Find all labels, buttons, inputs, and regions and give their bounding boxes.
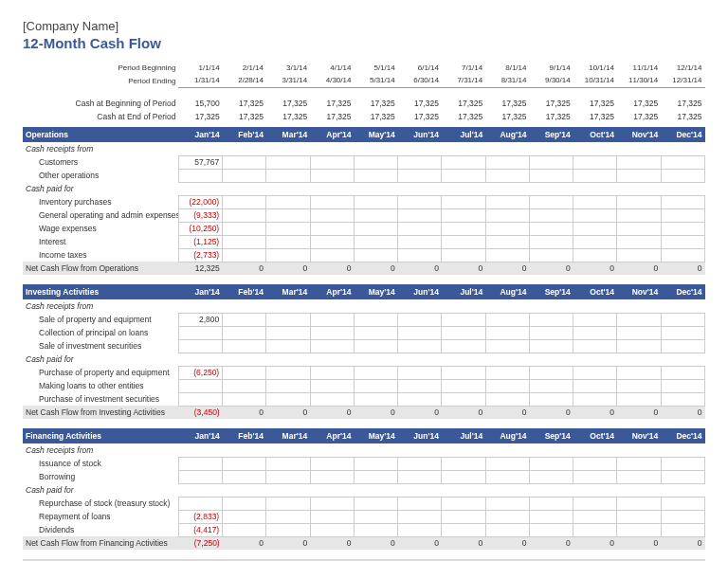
cell xyxy=(529,510,573,523)
cell xyxy=(529,326,573,339)
cell xyxy=(573,353,617,366)
cell xyxy=(354,470,397,483)
cell xyxy=(354,155,397,169)
cell xyxy=(661,222,704,235)
cell xyxy=(617,169,661,182)
month-header: Aug'14 xyxy=(485,127,529,142)
cell: 17,325 xyxy=(661,110,704,123)
cell xyxy=(354,443,397,457)
cell xyxy=(529,142,573,155)
cell: 17,325 xyxy=(617,97,661,110)
cell xyxy=(661,155,704,169)
period-beginning-label: Period Beginning xyxy=(23,61,178,74)
cell xyxy=(310,392,354,406)
cell xyxy=(573,248,617,262)
cell: 17,325 xyxy=(266,110,310,123)
cell xyxy=(485,208,529,222)
cell xyxy=(661,235,704,248)
month-header: Sep'14 xyxy=(529,428,573,443)
cell xyxy=(266,366,310,379)
cell: (2,733) xyxy=(178,248,222,262)
cell xyxy=(442,313,485,326)
cell xyxy=(485,235,529,248)
cell: 11/1/14 xyxy=(617,61,661,74)
section-title: Financing Activities xyxy=(23,428,178,443)
cell xyxy=(617,497,661,510)
cell: 17,325 xyxy=(529,110,573,123)
month-header: Mar'14 xyxy=(266,428,310,443)
section-title: Operations xyxy=(23,127,178,142)
cell xyxy=(310,523,354,536)
cell xyxy=(485,510,529,523)
cell xyxy=(442,510,485,523)
cell xyxy=(661,299,704,313)
cell xyxy=(661,313,704,326)
cell xyxy=(266,523,310,536)
cell xyxy=(529,313,573,326)
cell xyxy=(442,208,485,222)
cell: 1/1/14 xyxy=(178,61,222,74)
cell xyxy=(178,182,222,195)
cell xyxy=(442,366,485,379)
month-header: May'14 xyxy=(354,284,397,299)
month-header: Dec'14 xyxy=(661,127,704,142)
cell: 6/1/14 xyxy=(398,61,442,74)
cell xyxy=(529,235,573,248)
cell xyxy=(178,142,222,155)
cell xyxy=(661,326,704,339)
cell xyxy=(529,208,573,222)
cell xyxy=(178,326,222,339)
cell: 10/1/14 xyxy=(573,61,617,74)
cell xyxy=(310,313,354,326)
cell xyxy=(266,222,310,235)
cell xyxy=(223,169,266,182)
cell xyxy=(178,457,222,470)
cell xyxy=(485,195,529,208)
cell xyxy=(354,457,397,470)
month-header: Jul'14 xyxy=(442,127,485,142)
month-header: Mar'14 xyxy=(266,127,310,142)
cell xyxy=(485,379,529,392)
cell xyxy=(223,142,266,155)
cell xyxy=(223,470,266,483)
cell xyxy=(442,195,485,208)
cell: (4,417) xyxy=(178,523,222,536)
cell: 0 xyxy=(661,262,704,275)
cell xyxy=(485,142,529,155)
cell xyxy=(661,443,704,457)
month-header: Aug'14 xyxy=(485,284,529,299)
cell xyxy=(442,392,485,406)
cell: 17,325 xyxy=(661,97,704,110)
cell xyxy=(398,182,442,195)
section-title: Investing Activities xyxy=(23,284,178,299)
cell xyxy=(266,470,310,483)
cell xyxy=(310,326,354,339)
cell xyxy=(529,379,573,392)
cell: 17,325 xyxy=(529,97,573,110)
cell: 0 xyxy=(223,406,266,419)
cell xyxy=(573,523,617,536)
cell xyxy=(178,497,222,510)
cell: 0 xyxy=(573,536,617,550)
cell xyxy=(223,497,266,510)
cell xyxy=(485,326,529,339)
cell: 17,325 xyxy=(178,110,222,123)
cell xyxy=(661,169,704,182)
line-item: Repurchase of stock (treasury stock) xyxy=(23,497,178,510)
month-header: Apr'14 xyxy=(310,284,354,299)
cell xyxy=(617,182,661,195)
month-header: Nov'14 xyxy=(617,428,661,443)
cell: 17,325 xyxy=(223,110,266,123)
cell xyxy=(485,248,529,262)
cell: 0 xyxy=(617,536,661,550)
cell xyxy=(485,523,529,536)
cell xyxy=(354,366,397,379)
cell xyxy=(573,483,617,497)
cell xyxy=(223,379,266,392)
cell xyxy=(485,392,529,406)
line-item: Income taxes xyxy=(23,248,178,262)
cell xyxy=(617,443,661,457)
cell xyxy=(266,392,310,406)
cell xyxy=(485,470,529,483)
cell: 17,325 xyxy=(485,110,529,123)
